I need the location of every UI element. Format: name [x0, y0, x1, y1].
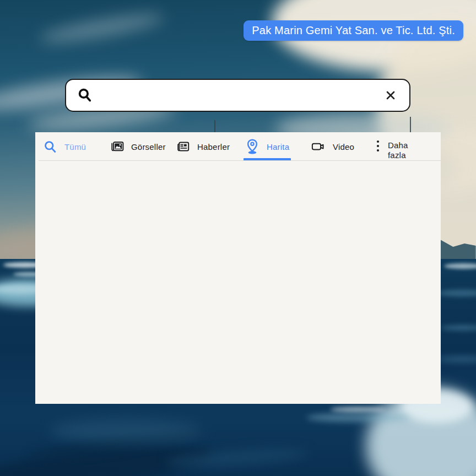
tab-label: Video — [333, 142, 354, 152]
search-bar[interactable] — [65, 79, 410, 112]
search-icon — [43, 139, 58, 154]
wave-streak — [441, 325, 476, 331]
newspaper-icon — [176, 139, 191, 154]
tab-label: Görseller — [131, 142, 166, 152]
tab-haberler[interactable]: Haberler — [176, 132, 230, 161]
tab-harita[interactable]: Harita — [245, 132, 289, 161]
search-input[interactable] — [101, 79, 382, 111]
tab-label: Tümü — [64, 142, 86, 152]
wave-streak — [306, 413, 411, 422]
wave-sheen — [50, 420, 204, 442]
tab-bar: Tümü Görseller — [35, 132, 441, 161]
tab-video[interactable]: Video — [310, 132, 354, 161]
search-results-panel: Tümü Görseller — [35, 132, 441, 404]
sailboat-mast — [410, 117, 411, 132]
company-name-badge: Pak Marin Gemi Yat San. ve Tic. Ltd. Şti… — [244, 20, 463, 41]
images-icon — [110, 139, 125, 154]
tab-label: Daha fazla — [388, 140, 416, 160]
results-content-empty — [35, 161, 441, 404]
wave-streak — [437, 356, 476, 363]
search-icon — [77, 87, 94, 104]
tab-daha-fazla[interactable]: Daha fazla — [375, 132, 416, 161]
more-vertical-dots-icon — [375, 139, 381, 154]
tab-label: Harita — [267, 142, 289, 152]
whitecap — [444, 263, 476, 269]
sea-foam — [331, 407, 386, 412]
wave-streak — [437, 290, 476, 296]
video-camera-icon — [310, 139, 326, 154]
sailboat-mast — [214, 120, 215, 132]
map-pin-icon — [245, 138, 260, 155]
company-name-label: Pak Marin Gemi Yat San. ve Tic. Ltd. Şti… — [252, 24, 455, 37]
tab-gorseller[interactable]: Görseller — [110, 132, 166, 161]
tab-tumu[interactable]: Tümü — [43, 132, 86, 161]
clear-icon[interactable] — [382, 86, 399, 104]
tab-label: Haberler — [197, 142, 230, 152]
